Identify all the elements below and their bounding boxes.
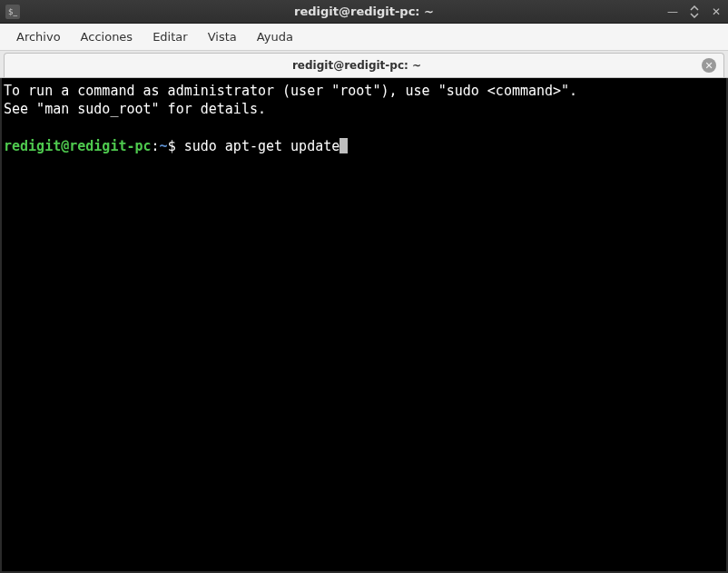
titlebar-left: $_ — [5, 5, 20, 19]
terminal-blank-line — [4, 119, 724, 137]
menu-ayuda[interactable]: Ayuda — [248, 26, 302, 47]
terminal-output[interactable]: To run a command as administrator (user … — [2, 78, 726, 571]
terminal-prompt-line: redigit@redigit-pc:~$ sudo apt-get updat… — [4, 137, 724, 155]
window-controls: — ✕ — [666, 5, 723, 18]
terminal-cursor — [339, 138, 348, 153]
terminal-info-line: See "man sudo_root" for details. — [4, 100, 724, 118]
close-window-button[interactable]: ✕ — [710, 5, 723, 18]
terminal-tab[interactable]: redigit@redigit-pc: ~ ✕ — [4, 53, 724, 77]
window-titlebar: $_ redigit@redigit-pc: ~ — ✕ — [0, 0, 728, 24]
menu-vista[interactable]: Vista — [199, 26, 246, 47]
maximize-button[interactable] — [688, 5, 701, 18]
prompt-colon: : — [152, 138, 160, 154]
tab-close-button[interactable]: ✕ — [702, 58, 716, 73]
maximize-icon — [689, 5, 700, 18]
menu-acciones[interactable]: Acciones — [72, 26, 143, 47]
tab-title: redigit@redigit-pc: ~ — [12, 59, 702, 72]
terminal-info-line: To run a command as administrator (user … — [4, 82, 724, 100]
window-title: redigit@redigit-pc: ~ — [0, 5, 728, 18]
prompt-dollar: $ — [168, 138, 184, 154]
prompt-at: @ — [61, 138, 69, 154]
tabbar: redigit@redigit-pc: ~ ✕ — [0, 51, 728, 78]
terminal-app-icon: $_ — [5, 5, 20, 19]
prompt-path: ~ — [160, 138, 168, 154]
menu-archivo[interactable]: Archivo — [7, 26, 70, 47]
menubar: Archivo Acciones Editar Vista Ayuda — [0, 24, 728, 51]
menu-editar[interactable]: Editar — [143, 26, 197, 47]
prompt-user: redigit — [4, 138, 61, 154]
prompt-host: redigit-pc — [69, 138, 151, 154]
minimize-button[interactable]: — — [666, 5, 679, 18]
terminal-command: sudo apt-get update — [184, 138, 340, 154]
